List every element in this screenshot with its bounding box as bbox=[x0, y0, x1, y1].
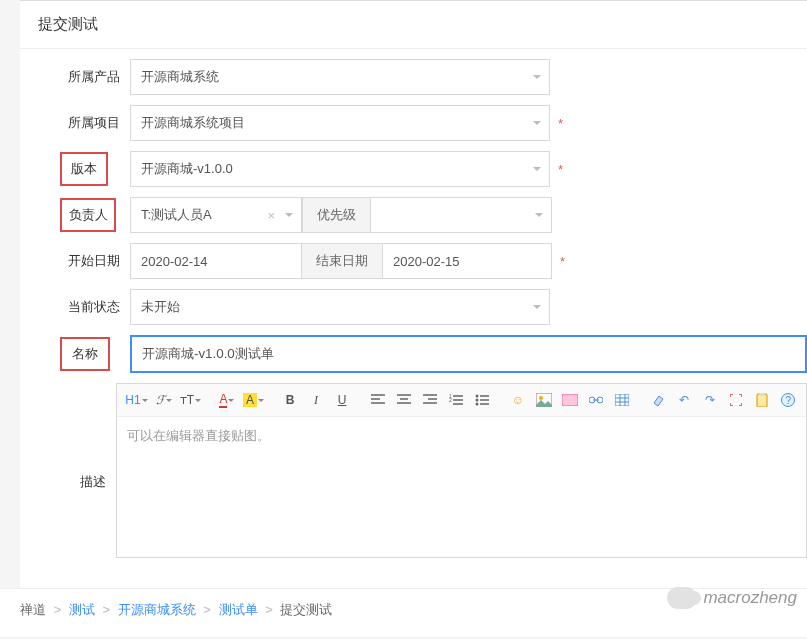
chevron-down-icon bbox=[535, 213, 543, 217]
align-right-button[interactable] bbox=[420, 390, 440, 410]
chevron-down-icon bbox=[533, 305, 541, 309]
end-date-value: 2020-02-15 bbox=[393, 254, 460, 269]
svg-point-3 bbox=[476, 399, 479, 402]
watermark: macrozheng bbox=[667, 587, 797, 609]
breadcrumb-product[interactable]: 开源商城系统 bbox=[118, 602, 196, 617]
emoji-button[interactable]: ☺ bbox=[508, 390, 528, 410]
end-date-input[interactable]: 2020-02-15 bbox=[382, 243, 552, 279]
label-project: 所属项目 bbox=[60, 114, 130, 132]
project-value: 开源商城系统项目 bbox=[141, 114, 245, 132]
chevron-down-icon bbox=[533, 121, 541, 125]
redo-button[interactable]: ↷ bbox=[700, 390, 720, 410]
version-select[interactable]: 开源商城-v1.0.0 bbox=[130, 151, 550, 187]
owner-value: T:测试人员A bbox=[141, 206, 212, 224]
name-input[interactable] bbox=[130, 335, 807, 373]
editor-toolbar: H1 ℱ ᴛT A A B I U 12 ☺ bbox=[117, 384, 806, 417]
svg-text:?: ? bbox=[786, 395, 792, 406]
undo-button[interactable]: ↶ bbox=[674, 390, 694, 410]
label-name: 名称 bbox=[60, 337, 110, 371]
product-value: 开源商城系统 bbox=[141, 68, 219, 86]
paste-button[interactable] bbox=[752, 390, 772, 410]
breadcrumb-home: 禅道 bbox=[20, 602, 46, 617]
chevron-down-icon bbox=[285, 213, 293, 217]
image-button[interactable] bbox=[534, 390, 554, 410]
clear-icon[interactable]: × bbox=[263, 208, 279, 223]
rich-text-editor: H1 ℱ ᴛT A A B I U 12 ☺ bbox=[116, 383, 807, 558]
chevron-down-icon bbox=[533, 75, 541, 79]
code-button[interactable] bbox=[560, 390, 580, 410]
italic-button[interactable]: I bbox=[306, 390, 326, 410]
help-button[interactable]: ? bbox=[778, 390, 798, 410]
text-color-button[interactable]: A bbox=[217, 390, 237, 410]
label-priority: 优先级 bbox=[302, 197, 370, 233]
required-mark: * bbox=[560, 254, 565, 269]
svg-text:2: 2 bbox=[449, 397, 452, 403]
page-title: 提交测试 bbox=[20, 1, 807, 48]
required-mark: * bbox=[558, 116, 563, 131]
eraser-button[interactable] bbox=[648, 390, 668, 410]
status-value: 未开始 bbox=[141, 298, 180, 316]
label-status: 当前状态 bbox=[60, 298, 130, 316]
unordered-list-button[interactable] bbox=[472, 390, 492, 410]
label-start-date: 开始日期 bbox=[60, 252, 130, 270]
breadcrumb-current: 提交测试 bbox=[280, 602, 332, 617]
fullscreen-button[interactable] bbox=[726, 390, 746, 410]
breadcrumb-module[interactable]: 测试单 bbox=[219, 602, 258, 617]
font-size-button[interactable]: ᴛT bbox=[180, 390, 201, 410]
priority-select[interactable] bbox=[370, 197, 552, 233]
status-select[interactable]: 未开始 bbox=[130, 289, 550, 325]
product-select[interactable]: 开源商城系统 bbox=[130, 59, 550, 95]
watermark-text: macrozheng bbox=[703, 588, 797, 608]
required-mark: * bbox=[558, 162, 563, 177]
label-description: 描述 bbox=[60, 383, 116, 491]
label-product: 所属产品 bbox=[60, 68, 130, 86]
align-left-button[interactable] bbox=[368, 390, 388, 410]
bold-button[interactable]: B bbox=[280, 390, 300, 410]
align-center-button[interactable] bbox=[394, 390, 414, 410]
chevron-down-icon bbox=[533, 167, 541, 171]
label-owner: 负责人 bbox=[60, 198, 116, 232]
start-date-value: 2020-02-14 bbox=[141, 254, 208, 269]
label-end-date: 结束日期 bbox=[302, 243, 382, 279]
svg-point-6 bbox=[539, 396, 543, 400]
underline-button[interactable]: U bbox=[332, 390, 352, 410]
ordered-list-button[interactable]: 12 bbox=[446, 390, 466, 410]
svg-rect-12 bbox=[759, 393, 765, 396]
label-version: 版本 bbox=[60, 152, 108, 186]
svg-point-2 bbox=[476, 395, 479, 398]
version-value: 开源商城-v1.0.0 bbox=[141, 160, 233, 178]
svg-point-4 bbox=[476, 403, 479, 406]
wechat-icon bbox=[667, 587, 697, 609]
svg-rect-10 bbox=[615, 394, 629, 406]
link-button[interactable] bbox=[586, 390, 606, 410]
bg-color-button[interactable]: A bbox=[243, 390, 264, 410]
heading-button[interactable]: H1 bbox=[125, 390, 147, 410]
editor-body[interactable]: 可以在编辑器直接贴图。 bbox=[117, 417, 806, 557]
start-date-input[interactable]: 2020-02-14 bbox=[130, 243, 302, 279]
font-family-button[interactable]: ℱ bbox=[154, 390, 174, 410]
project-select[interactable]: 开源商城系统项目 bbox=[130, 105, 550, 141]
owner-select[interactable]: T:测试人员A × bbox=[130, 197, 302, 233]
table-button[interactable] bbox=[612, 390, 632, 410]
svg-rect-7 bbox=[562, 394, 578, 406]
breadcrumb-test[interactable]: 测试 bbox=[69, 602, 95, 617]
